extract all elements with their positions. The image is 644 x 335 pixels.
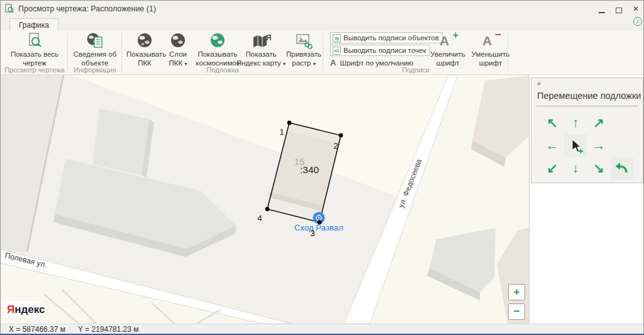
collapse-panel-button[interactable]: » <box>537 79 541 87</box>
zoom-out-button[interactable]: − <box>508 304 525 320</box>
whole-drawing-icon <box>25 31 44 50</box>
show-yandex-map-button[interactable]: Я Показать Яндекс карту ▾ <box>236 31 286 67</box>
group-label: Просмотр чертежа <box>2 66 67 74</box>
decrease-font-button[interactable]: А− Уменьшить шрифт <box>470 31 511 67</box>
drawing-view-icon <box>4 4 14 14</box>
toggle-object-labels[interactable]: зуВыводить подписи объектов <box>330 32 443 43</box>
zoom-in-button[interactable]: + <box>508 284 525 300</box>
vertex-label-4: 4 <box>257 213 262 223</box>
vertex-point-3[interactable] <box>318 220 322 225</box>
group-label: Подписи <box>324 66 508 74</box>
window-title: Просмотр чертежа: Расположение (1) <box>18 4 156 13</box>
group-labels: зуВыводить подписи объектов н1Выводить п… <box>324 31 508 74</box>
show-satellite-button[interactable]: Показывать космоснимок <box>193 31 242 67</box>
point-labels-icon: н1 <box>333 47 341 55</box>
yandex-map-icon: Я <box>251 32 271 50</box>
title-bar[interactable]: Просмотр чертежа: Расположение (1) ✕ <box>1 1 643 18</box>
status-bar: X = 587466.37 м Y = 2194781.23 м <box>1 324 643 334</box>
move-up-right-button[interactable]: ↗ <box>587 111 610 134</box>
group-view-drawing: Показать весь чертеж Просмотр чертежа <box>2 31 67 74</box>
arrow-down-icon: ↓ <box>572 161 579 176</box>
vertex-label-1: 1 <box>279 127 284 137</box>
undo-arrow-icon <box>614 161 630 176</box>
vertex-point-1[interactable] <box>287 121 292 125</box>
tab-strip: Графика <box>1 18 643 31</box>
ribbon-divider <box>67 33 68 71</box>
toggle-label: Выводить подписи объектов <box>343 34 439 42</box>
vertex-label-3: 3 <box>310 229 315 238</box>
map-svg: 15 :340 Полевая ул. ул. Федосеева Сход Р… <box>1 75 529 324</box>
vertex-point-2[interactable] <box>339 133 343 138</box>
building-left-tall <box>92 108 149 175</box>
panel-divider <box>536 106 638 106</box>
vertex-label-2: 2 <box>333 141 338 150</box>
poi-glyph-dot <box>318 217 319 219</box>
pkk-layers-button[interactable]: Слои ПКК ▾ <box>164 31 192 67</box>
coordinate-y: Y = 2194781.23 м <box>78 325 138 334</box>
panel-title: Перемещение подложки <box>537 91 641 101</box>
cursor-cell <box>564 134 587 157</box>
map-canvas[interactable]: 15 :340 Полевая ул. ул. Федосеева Сход Р… <box>1 75 529 324</box>
increase-font-button[interactable]: А+ Увеличить шрифт <box>428 31 467 67</box>
ribbon-divider <box>323 33 323 71</box>
underlay-move-panel: » Перемещение подложки ↖ ↑ ↗ ← → ↙ ↓ ↘ <box>531 77 643 183</box>
undo-move-button[interactable] <box>611 157 633 179</box>
increase-font-icon: А+ <box>438 32 457 50</box>
button-label: Привязать растр <box>286 50 321 67</box>
raster-link-icon <box>294 32 313 50</box>
move-up-button[interactable]: ↑ <box>564 111 587 134</box>
move-down-left-button[interactable]: ↙ <box>541 157 564 179</box>
button-label: Уменьшить шрифт <box>472 50 509 67</box>
maximize-icon <box>616 8 622 13</box>
arrow-left-icon: ← <box>546 138 559 153</box>
yandex-letter: Я <box>266 33 271 42</box>
move-up-left-button[interactable]: ↖ <box>541 111 564 134</box>
group-label: Информация <box>69 66 121 74</box>
bind-raster-button[interactable]: Привязать растр ▾ <box>286 31 321 67</box>
mouse-cursor-icon <box>567 137 584 154</box>
pkk-globe-icon <box>136 32 153 50</box>
button-label: Показывать космоснимок <box>196 50 239 67</box>
arrow-up-icon: ↑ <box>572 115 579 130</box>
ribbon: Показать весь чертеж Просмотр чертежа <box>1 31 643 74</box>
arrow-up-right-icon: ↗ <box>593 115 604 130</box>
plus-icon: + <box>453 30 458 41</box>
info-icon[interactable]: i <box>633 17 642 26</box>
move-right-button[interactable]: → <box>587 134 610 157</box>
app-window: Просмотр чертежа: Расположение (1) ✕ Гра… <box>0 0 644 335</box>
button-label: Шрифт по умолчанию <box>340 59 413 67</box>
toggle-label: Выводить подписи точек <box>343 47 426 54</box>
minus-icon: − <box>494 28 501 42</box>
ribbon-divider <box>508 33 508 71</box>
object-info-button[interactable]: Сведения об объекте <box>72 31 118 67</box>
close-button[interactable]: ✕ <box>631 4 641 14</box>
tab-grafika[interactable]: Графика <box>9 18 58 31</box>
ribbon-divider <box>121 33 122 71</box>
yandex-logo[interactable]: Яндекс <box>7 304 45 315</box>
minimize-button[interactable] <box>597 4 607 14</box>
move-down-right-button[interactable]: ↘ <box>587 157 610 179</box>
button-label: Показать Яндекс карту <box>236 50 281 67</box>
minimize-icon <box>599 12 605 13</box>
move-left-button[interactable]: ← <box>541 134 564 157</box>
poi-label: Сход Развал <box>294 223 343 232</box>
button-label: Увеличить шрифт <box>430 50 465 67</box>
arrow-up-left-icon: ↖ <box>547 115 558 130</box>
maximize-button[interactable] <box>614 4 624 14</box>
show-whole-drawing-button[interactable]: Показать весь чертеж <box>4 31 65 67</box>
group-information: Сведения об объекте Информация <box>69 31 121 74</box>
arrow-down-right-icon: ↘ <box>593 161 604 176</box>
button-label: Показывать ПКК <box>126 50 166 67</box>
show-pkk-button[interactable]: Показывать ПКК <box>126 31 163 67</box>
vertex-point-4[interactable] <box>265 207 270 212</box>
button-label: Показать весь чертеж <box>11 50 58 67</box>
toggle-point-labels[interactable]: н1Выводить подписи точек <box>330 45 430 56</box>
parcel-cadastral-label: :340 <box>300 164 319 175</box>
arrow-right-icon: → <box>592 138 606 153</box>
object-info-icon <box>86 31 104 50</box>
arrow-down-left-icon: ↙ <box>547 161 558 176</box>
move-down-button[interactable]: ↓ <box>564 157 587 179</box>
satellite-globe-icon <box>209 32 226 50</box>
coordinate-x: X = 587466.37 м <box>9 325 65 334</box>
button-label: Сведения об объекте <box>74 50 117 67</box>
